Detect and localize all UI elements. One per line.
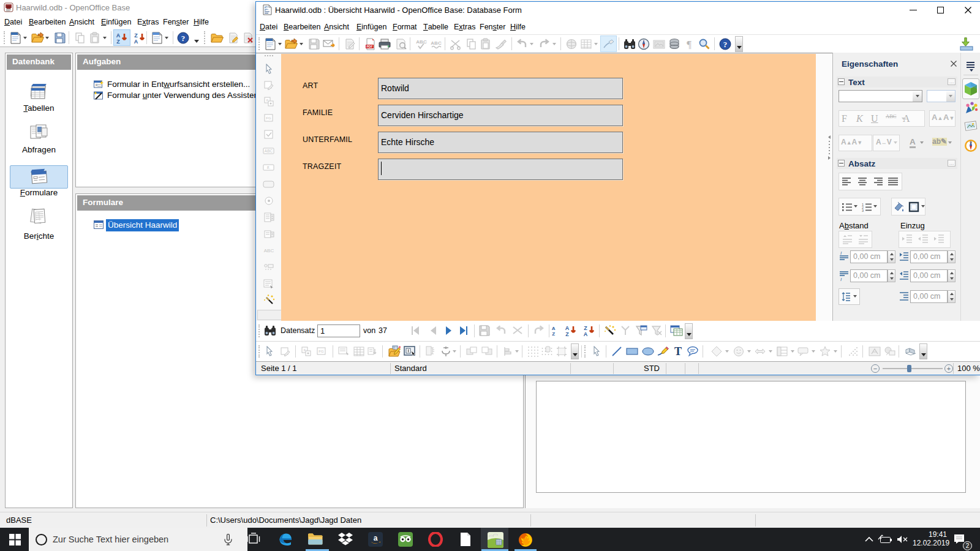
svg-text:ABC: ABC [431,40,442,46]
svg-text:I: I [840,277,842,282]
svg-text:A: A [116,32,121,39]
svg-text:A: A [584,331,588,337]
svg-text:#.: #. [267,165,271,170]
svg-text:N: N [970,140,972,144]
svg-text:?: ? [723,40,728,49]
svg-text:Z: Z [552,331,555,337]
svg-text:3: 3 [862,209,864,212]
svg-text:Z: Z [584,325,587,331]
svg-text:?: ? [181,34,186,43]
svg-text:A: A [565,325,570,331]
svg-text:ABC: ABC [264,248,274,253]
svg-text:A: A [552,326,556,331]
svg-text:¶: ¶ [687,39,692,50]
svg-text:FG: FG [266,116,271,120]
svg-text:Z: Z [565,331,569,337]
svg-text:Z: Z [116,39,120,44]
svg-text:a: a [374,534,378,542]
svg-text:A: A [134,39,138,44]
svg-text:PDF: PDF [367,45,373,48]
svg-text:FG: FG [318,350,324,353]
svg-text:ABC: ABC [416,39,427,45]
svg-text:I: I [840,250,842,256]
svg-text:Z: Z [134,32,138,39]
svg-text:ABC: ABC [265,149,273,153]
